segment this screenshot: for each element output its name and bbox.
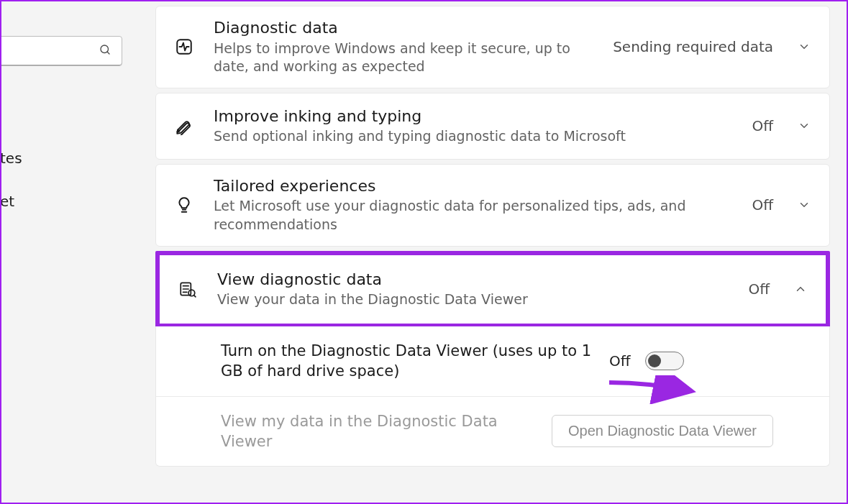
row-title: View diagnostic data: [217, 270, 722, 290]
row-tailored-experiences[interactable]: Tailored experiences Let Microsoft use y…: [155, 164, 830, 247]
pen-icon: [173, 116, 195, 135]
svg-line-1: [107, 52, 109, 54]
row-title: Tailored experiences: [214, 176, 726, 196]
search-icon: [99, 43, 111, 59]
settings-content: Diagnostic data Helps to improve Windows…: [155, 6, 830, 467]
row-text: Diagnostic data Helps to improve Windows…: [214, 18, 594, 76]
open-viewer-row: View my data in the Diagnostic Data View…: [156, 397, 829, 467]
row-subtitle: Send optional inking and typing diagnost…: [214, 127, 726, 146]
data-viewer-icon: [177, 280, 199, 298]
row-status: Off: [752, 196, 773, 214]
toggle-label: Turn on the Diagnostic Data Viewer (uses…: [221, 341, 595, 382]
sidebar-item-fragment[interactable]: tes: [0, 137, 22, 180]
chevron-down-icon: [798, 119, 811, 132]
lightbulb-icon: [173, 196, 195, 214]
row-status: Off: [752, 117, 773, 134]
row-diagnostic-data[interactable]: Diagnostic data Helps to improve Windows…: [155, 6, 830, 88]
row-title: Diagnostic data: [214, 18, 587, 38]
row-text: Tailored experiences Let Microsoft use y…: [214, 176, 733, 234]
row-text: View diagnostic data View your data in t…: [217, 270, 729, 309]
svg-line-8: [194, 295, 196, 297]
chevron-down-icon: [798, 40, 811, 53]
toggle-state-text: Off: [609, 352, 631, 370]
row-status: Sending required data: [613, 38, 773, 55]
sidebar-item-fragment[interactable]: et: [0, 180, 22, 223]
toggle-diag-viewer[interactable]: [645, 352, 684, 370]
search-input[interactable]: [0, 36, 122, 66]
sidebar: tes et: [1, 1, 138, 503]
open-viewer-label: View my data in the Diagnostic Data View…: [221, 411, 537, 452]
row-title: Improve inking and typing: [214, 106, 726, 127]
row-view-diagnostic-data[interactable]: View diagnostic data View your data in t…: [155, 251, 830, 328]
row-subtitle: Let Microsoft use your diagnostic data f…: [214, 197, 726, 234]
sidebar-nav-fragment: tes et: [0, 137, 22, 223]
chevron-up-icon: [794, 283, 807, 295]
view-diagnostic-data-panel: Turn on the Diagnostic Data Viewer (uses…: [155, 326, 830, 467]
row-status: Off: [748, 280, 770, 298]
open-diag-viewer-button[interactable]: Open Diagnostic Data Viewer: [552, 415, 773, 447]
chevron-down-icon: [798, 198, 811, 211]
row-text: Improve inking and typing Send optional …: [214, 106, 733, 146]
row-subtitle: View your data in the Diagnostic Data Vi…: [217, 290, 722, 309]
toggle-row-diag-viewer: Turn on the Diagnostic Data Viewer (uses…: [156, 326, 829, 397]
row-subtitle: Helps to improve Windows and keep it sec…: [214, 40, 573, 76]
row-improve-inking-typing[interactable]: Improve inking and typing Send optional …: [155, 93, 830, 160]
activity-icon: [173, 37, 195, 56]
